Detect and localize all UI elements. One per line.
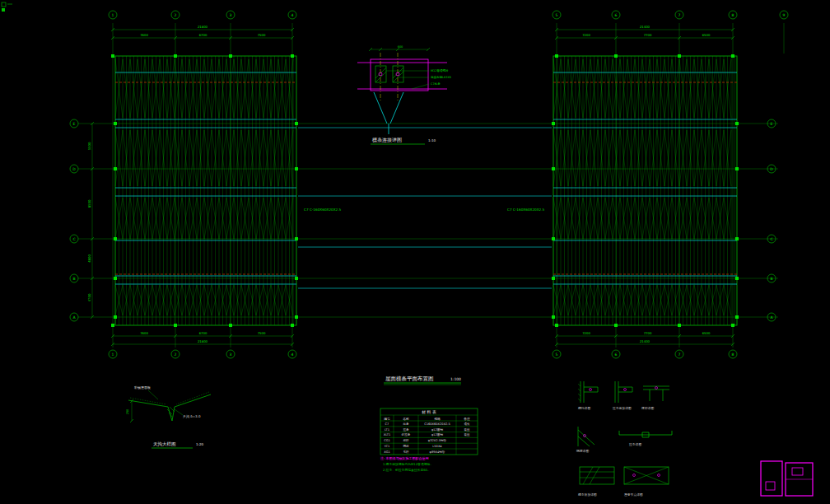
axis-bubble-label: E [73, 122, 76, 126]
detail-note: M12普通螺栓 [431, 68, 449, 72]
dim-text: 7700 [644, 33, 652, 37]
node-square [229, 324, 232, 327]
node-square [291, 54, 294, 58]
node-square [295, 277, 298, 280]
purlin-splice-detail: 600 M12普通螺栓 连接角钢L63X5 C7檩条 檩条连接详图 1:10 [357, 45, 451, 144]
node-square [111, 54, 114, 58]
axis-bubble-label: 2 [175, 352, 177, 357]
axis-bubble-label: 6 [615, 13, 618, 17]
table-cell: 隅撑 [403, 445, 409, 448]
purlin-spec-label-left: C7 C-160X60X20X2.5 [304, 208, 342, 212]
dim-text: 6700 [199, 331, 208, 335]
node-square [552, 167, 555, 170]
table-header: 编号 [384, 417, 390, 421]
roof-panel-outline [553, 56, 737, 325]
table-cell: 斜拉条 [402, 433, 411, 436]
node-square [229, 54, 232, 58]
plate-hatch [393, 68, 403, 82]
node-square [114, 315, 117, 319]
roof-panel-outline [115, 56, 296, 325]
table-title: 材 料 表 [421, 410, 436, 415]
plate-hatch [375, 68, 386, 82]
axis-bubble-label: 5 [556, 13, 558, 17]
bolt-circle [590, 389, 592, 391]
detail-shape [619, 431, 672, 437]
table-cell: C7 [385, 422, 389, 426]
detail-shape [581, 381, 598, 403]
axis-bubble-label: 1 [112, 13, 114, 17]
axis-bubble-label: 3 [230, 352, 232, 357]
table-cell: 檩条 [403, 422, 409, 426]
table-cell: 系杆 [403, 450, 409, 454]
table-note: 2.拉条、斜拉条两端套丝长度60。 [383, 468, 431, 472]
table-cell: LT1 [385, 428, 389, 432]
splice-plate [375, 66, 386, 82]
main-title: 屋面檩条平面布置图 [385, 376, 434, 382]
dim-text: 21400 [640, 339, 650, 343]
detail-shape [615, 381, 632, 403]
axis-bubble-label: C [72, 237, 75, 241]
table-cell: 通长 [464, 422, 470, 426]
dim-text: 7500 [258, 33, 266, 37]
detail-shape [578, 427, 595, 446]
table-cell: φ12圆钢 [431, 427, 444, 432]
purlin-spec-label-right: C7 C-160X60X20X2.5 [507, 208, 545, 212]
table-cell: φ89X4钢管 [430, 450, 445, 454]
dim-text: 21800 [198, 25, 208, 29]
axis-bubble-label: 8 [732, 13, 734, 17]
bolt-circle [624, 389, 627, 391]
table-cell: XG1 [384, 450, 390, 454]
dim-text: 7200 [582, 33, 590, 37]
dim-text: 21800 [198, 339, 208, 343]
axis-bubble-label: 1 [112, 352, 114, 357]
axis-bubble-label: E [771, 122, 773, 126]
table-header: 名称 [403, 417, 409, 421]
table-cell: 套丝 [464, 428, 470, 432]
detail-note: C7檩条 [431, 82, 441, 86]
axis-bubble-label: 5 [556, 352, 558, 357]
table-magenta-note: 注: 本图须与钢架施工图配合使用 [380, 456, 429, 461]
node-square [555, 324, 558, 327]
dim-text: 7500 [258, 331, 266, 335]
node-square [295, 167, 298, 170]
corner-marker-square [2, 8, 5, 12]
node-square [555, 54, 558, 58]
detail-shape [643, 386, 669, 401]
node-square [735, 315, 739, 319]
node-square [731, 54, 734, 58]
node-details: 檩托详图 拉条连接详图 撑杆详图 隅撑详图 拉条详图 檩条搭接详图 屋脊节点详图 [576, 381, 672, 497]
detail-caption: 隅撑详图 [576, 449, 589, 453]
axis-bubble-label: A [72, 315, 76, 320]
corner-marker [2, 2, 12, 12]
detail-caption: 檩条搭接详图 [578, 492, 597, 497]
node-square [114, 237, 117, 240]
node-square [295, 122, 298, 125]
detail-caption: 屋脊节点详图 [624, 492, 643, 497]
node-square [735, 122, 739, 125]
node-square [678, 54, 681, 58]
node-square [735, 237, 739, 240]
table-cell: 套丝 [464, 433, 470, 436]
axis-bubble-label: D [770, 167, 773, 171]
gutter-scale: 1:20 [196, 442, 203, 446]
dim-text: 8500 [87, 199, 91, 208]
table-cell: XLT1 [384, 433, 390, 436]
dim-text: 7600 [140, 331, 148, 335]
node-square [552, 122, 555, 125]
detail-caption: 撑杆详图 [641, 406, 654, 410]
detail-hatch [578, 384, 581, 401]
gutter-label: 彩钢屋面板 [134, 385, 151, 390]
detail-dim-text: 600 [398, 45, 403, 49]
stamp-inner [792, 468, 803, 475]
dim-text: 6500 [702, 331, 711, 335]
axis-bubble-label: 4 [291, 13, 294, 17]
node-square [552, 315, 555, 319]
axis-bubble-label: 3 [230, 13, 232, 17]
stamp-boxes [761, 461, 813, 496]
dim-text: 7700 [644, 331, 652, 335]
detail-caption: 檩托详图 [578, 406, 590, 410]
node-square [614, 54, 618, 58]
stamp-inner [766, 482, 775, 490]
node-square [552, 277, 555, 280]
material-table-layer: 材 料 表编号名称规格备注C7檩条C160X60X20X2.5通长LT1拉条φ1… [380, 408, 478, 455]
